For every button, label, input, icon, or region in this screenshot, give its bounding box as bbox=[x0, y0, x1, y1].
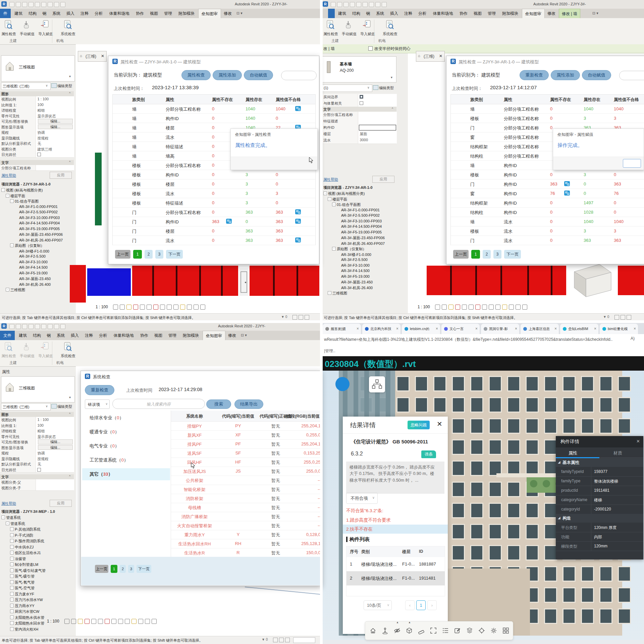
tl-tree-item[interactable]: AR-3#楼-F1-0.000 bbox=[0, 249, 76, 255]
tr-apply-button[interactable]: 应用 bbox=[372, 176, 394, 183]
tl-tab-钢[interactable]: 钢 bbox=[40, 9, 49, 18]
bl-table-row[interactable]: 重力雨水YY暂无0,128,0 bbox=[171, 530, 321, 539]
tl-table-row[interactable]: 楼板流水033 bbox=[113, 189, 315, 198]
tl-status-icon[interactable] bbox=[299, 315, 303, 320]
home-icon[interactable] bbox=[369, 627, 377, 634]
tl-tree-item[interactable]: AR-3#-F5-19.000 bbox=[0, 271, 76, 277]
tl-table-row[interactable]: 门构件ID3630363 bbox=[113, 217, 315, 226]
bl-table-row[interactable]: 排风PFPF暂无255,204,1 bbox=[171, 439, 321, 449]
tl-qat-icon[interactable] bbox=[29, 2, 34, 7]
tl-viewbar-icon[interactable] bbox=[194, 305, 199, 310]
bl-table-row[interactable]: 排烟PYPY暂无255,204,1 bbox=[171, 421, 321, 431]
tr-tab-分析[interactable]: 分析 bbox=[416, 9, 429, 18]
tl-prop-value-cell[interactable]: 按规程 bbox=[36, 135, 74, 141]
bl-collapse-icon[interactable]: ^ bbox=[69, 475, 70, 478]
tl-button-2[interactable]: 属性添加 bbox=[213, 70, 242, 80]
tr-collapse-icon[interactable]: ^ bbox=[392, 107, 393, 110]
tl-type-dropdown-icon[interactable]: ▾ bbox=[69, 74, 71, 78]
tl-view-selector[interactable]: 三维视图: (三维)∨ bbox=[1, 83, 51, 90]
tr-type-dropdown-icon[interactable]: ▾ bbox=[391, 75, 392, 79]
tl-view-close-icon[interactable]: ✕ bbox=[101, 54, 104, 58]
bl-viewbar-icon[interactable] bbox=[64, 619, 69, 624]
list-icon[interactable] bbox=[442, 627, 449, 634]
bl-prop-value-cell[interactable]: 编辑... bbox=[36, 445, 74, 450]
tr-tree-item[interactable]: AR-3#楼-F1-0.000 bbox=[322, 252, 399, 258]
tl-tab-修改[interactable]: 修改 bbox=[221, 9, 234, 18]
settings-icon[interactable] bbox=[490, 627, 497, 634]
tr-viewbar-icon[interactable] bbox=[442, 305, 447, 310]
bl-qat-icon[interactable] bbox=[41, 324, 46, 329]
tl-prop-value-cell[interactable] bbox=[36, 152, 74, 157]
tr-tree-item[interactable]: AR-3#-F5-19.000 bbox=[322, 274, 399, 280]
tl-table-row[interactable]: 门流水0363363 bbox=[113, 235, 315, 245]
tr-tree-expand-icon[interactable]: - bbox=[328, 291, 331, 295]
tl-tab-menu-icon[interactable]: ⊡ ▾ bbox=[236, 11, 243, 15]
br-detail-tab-material[interactable]: 材质 bbox=[613, 450, 622, 456]
tl-qat-icon[interactable] bbox=[16, 2, 21, 7]
bl-prop-value-cell[interactable]: 协调 bbox=[36, 450, 74, 456]
tr-viewbar-icon[interactable] bbox=[502, 305, 507, 310]
section-icon[interactable] bbox=[406, 627, 413, 634]
tl-view-invalid-icon[interactable] bbox=[295, 237, 301, 243]
bl-page-上一页[interactable]: 上一页 bbox=[95, 565, 108, 573]
tr-view-window-tab[interactable]: ⌂(三维)✕ bbox=[416, 51, 445, 62]
tl-viewbar-icon[interactable] bbox=[126, 305, 131, 310]
tl-tree-item[interactable]: AR-3#-F1-0.000-FP001 bbox=[0, 205, 76, 210]
br-section-collapse-icon[interactable]: ◢ bbox=[558, 516, 560, 520]
tr-tree-item[interactable]: -原始图（仅复制） bbox=[322, 247, 399, 252]
tl-tree-item[interactable]: AR-3#-屋面-23.450-FP006 bbox=[0, 232, 76, 238]
br-browser-tab[interactable]: 频首发|摄× bbox=[323, 324, 361, 334]
tl-tab-管理[interactable]: 管理 bbox=[161, 9, 175, 18]
bl-table-row[interactable]: 公共桥架暂无-- bbox=[171, 476, 321, 485]
tl-table-row[interactable]: 墙分部分项工程名称010401040 bbox=[113, 104, 315, 114]
tl-tab-分析[interactable]: 分析 bbox=[92, 9, 105, 18]
tr-tree-expand-icon[interactable]: - bbox=[328, 197, 331, 201]
bl-prop-value-cell[interactable]: 1 : 100 bbox=[36, 417, 74, 423]
tl-table-row[interactable]: 墙构件ID010400 bbox=[113, 113, 315, 123]
fullscreen-icon[interactable] bbox=[430, 627, 437, 634]
bl-tab-管理[interactable]: 管理 bbox=[166, 331, 179, 340]
tl-viewbar-icon[interactable] bbox=[180, 305, 185, 310]
tr-viewbar-icon[interactable] bbox=[435, 305, 440, 310]
prop-check-icon[interactable] bbox=[3, 19, 13, 30]
bl-tree-item[interactable]: -医气-吸引站废气管 bbox=[0, 568, 76, 574]
tr-tree-item[interactable]: AR-3#-屋面-23.450 bbox=[322, 280, 399, 285]
tr-button-1[interactable]: 重新检查 bbox=[520, 70, 549, 80]
tr-table-row[interactable]: 楼板流水033 bbox=[451, 226, 644, 236]
tr-view-scale[interactable]: 1 : 100 bbox=[418, 305, 430, 309]
tr-page-3[interactable]: 3 bbox=[493, 250, 501, 259]
tr-tab-结构[interactable]: 结构 bbox=[350, 9, 363, 18]
tl-viewbar-icon[interactable] bbox=[153, 305, 158, 310]
bl-tree-expand-icon[interactable]: - bbox=[10, 598, 14, 601]
tr-qat-icon[interactable] bbox=[331, 2, 336, 7]
bl-tab-file[interactable]: 文件 bbox=[0, 331, 15, 340]
tl-tree-item[interactable]: AR-3#-F2-5.500-FP002 bbox=[0, 210, 76, 216]
tr-prop-value-cell[interactable] bbox=[358, 100, 397, 107]
bl-collapse-icon[interactable]: ^ bbox=[69, 412, 70, 416]
tl-table-row[interactable]: 门分部分项工程名称0363363 bbox=[113, 207, 315, 217]
tl-view-scale[interactable]: 1 : 100 bbox=[96, 305, 108, 309]
bl-tab-附加模块[interactable]: 附加模块 bbox=[180, 331, 202, 340]
br-tab-close-icon[interactable]: × bbox=[554, 326, 557, 331]
bl-tab-垒知图审[interactable]: 垒知图审 bbox=[203, 331, 225, 340]
tl-prop-value-cell[interactable]: 协调 bbox=[36, 129, 74, 135]
tr-tab-钢[interactable]: 钢 bbox=[364, 9, 373, 18]
tr-tab-menu-icon[interactable]: ⊡ ▾ bbox=[592, 11, 598, 15]
tr-view-selector[interactable]: (1)∨ bbox=[322, 85, 372, 92]
tl-table-row[interactable]: 门楼层0363363 bbox=[113, 226, 315, 236]
tr-prop-input[interactable] bbox=[359, 125, 396, 130]
tr-tree-item[interactable]: AR-3#-F3-10.000 bbox=[322, 263, 399, 269]
br-tab-close-icon[interactable]: × bbox=[594, 326, 596, 331]
tl-prop-value-cell[interactable]: 建筑三维 bbox=[36, 146, 74, 152]
tl-qat-icon[interactable] bbox=[41, 2, 46, 7]
br-detail-tab-props[interactable]: 属性 bbox=[569, 450, 577, 456]
tl-qat-icon[interactable] bbox=[9, 2, 14, 7]
tr-tab-建筑[interactable]: 建筑 bbox=[335, 9, 349, 18]
bl-prop-value-cell[interactable]: 显示原状态 bbox=[36, 434, 74, 439]
tr-prop-value-cell[interactable] bbox=[358, 94, 397, 100]
bl-tree-item[interactable]: -医气-吸引管 bbox=[0, 574, 76, 580]
tl-tree-item[interactable]: AR-3#-F3-10.000 bbox=[0, 260, 76, 266]
bl-qat-icon[interactable] bbox=[35, 324, 40, 329]
bl-tree-item[interactable]: -低区生活给水J1 bbox=[0, 550, 76, 556]
tr-viewbar-icon[interactable] bbox=[516, 305, 521, 310]
